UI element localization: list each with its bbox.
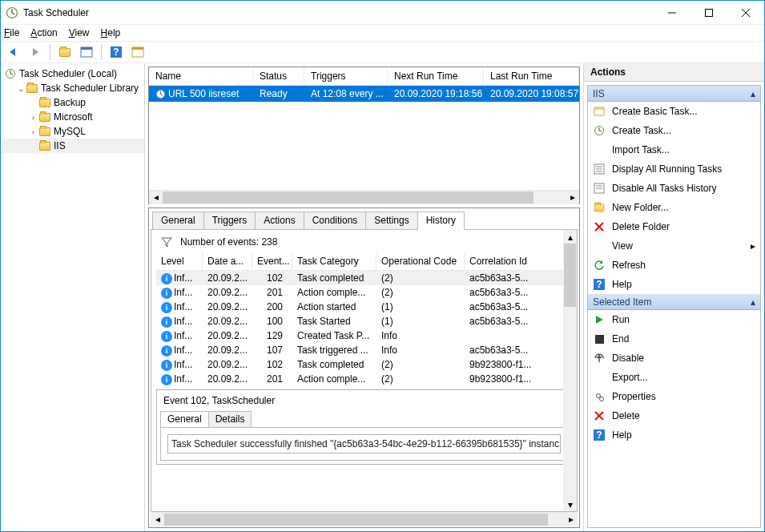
tree-panel: Task Scheduler (Local) ⌄ Task Scheduler … (1, 63, 145, 531)
svg-rect-20 (594, 107, 604, 110)
column-next[interactable]: Next Run Time (388, 67, 484, 85)
action-delete[interactable]: Delete (588, 406, 760, 425)
detail-hscroll[interactable]: ◂▸ (151, 512, 578, 526)
collapse-icon: ▴ (751, 88, 755, 99)
minimize-button[interactable] (654, 1, 691, 25)
actions-pane: Actions IIS ▴ Create Basic Task...Create… (584, 63, 764, 531)
column-triggers[interactable]: Triggers (304, 67, 388, 85)
task-last: 20.09.2020 19:08:57 (484, 87, 579, 101)
window-title: Task Scheduler (23, 7, 654, 18)
action-view[interactable]: View▸ (588, 236, 760, 256)
history-col-event[interactable]: Event... (252, 252, 292, 270)
history-col-corr[interactable]: Correlation Id (465, 252, 572, 270)
history-row[interactable]: iInf...20.09.2...201Action comple...(2)9… (156, 372, 572, 386)
tree-item-mysql[interactable]: ›MySQL (1, 124, 144, 139)
task-triggers: At 12:08 every ... (304, 87, 388, 101)
action-end[interactable]: End (588, 329, 760, 349)
history-row[interactable]: iInf...20.09.2...102Task completed(2)ac5… (156, 271, 572, 285)
action-disable[interactable]: Disable (588, 349, 760, 368)
history-row[interactable]: iInf...20.09.2...200Action started(1)ac5… (156, 300, 572, 314)
action-disable-all-tasks-history[interactable]: Disable All Tasks History (588, 179, 760, 198)
event-message: Task Scheduler successfully finished "{a… (167, 434, 561, 453)
task-detail-panel: General Triggers Actions Conditions Sett… (148, 208, 580, 528)
menu-help[interactable]: Help (101, 27, 121, 38)
tab-conditions[interactable]: Conditions (304, 212, 367, 230)
svg-point-37 (599, 397, 603, 401)
forward-button[interactable] (26, 43, 45, 61)
history-vscroll[interactable]: ▴ ▾ (563, 230, 577, 511)
tab-history[interactable]: History (417, 212, 465, 230)
action-export[interactable]: Export... (588, 368, 760, 387)
menu-view[interactable]: View (69, 27, 90, 38)
event-detail-header: Event 102, TaskScheduler (160, 393, 568, 408)
show-panel-button[interactable] (77, 43, 96, 61)
tree-item-iis[interactable]: IIS (1, 139, 144, 153)
history-col-opcode[interactable]: Operational Code (376, 252, 465, 270)
actions-section-iis[interactable]: IIS ▴ (588, 86, 760, 102)
help-toolbar-button[interactable]: ? (107, 43, 126, 61)
tab-general[interactable]: General (152, 212, 204, 230)
action-create-basic-task[interactable]: Create Basic Task... (588, 102, 760, 121)
collapse-icon[interactable]: ⌄ (15, 84, 26, 93)
task-row[interactable]: URL 500 iisreset Ready At 12:08 every ..… (149, 86, 579, 102)
history-row[interactable]: iInf...20.09.2...100Task Started(1)ac5b6… (156, 314, 572, 328)
menu-file[interactable]: File (4, 27, 19, 38)
history-row[interactable]: iInf...20.09.2...102Task completed(2)9b9… (156, 357, 572, 372)
action-properties[interactable]: Properties (588, 387, 760, 406)
svg-rect-8 (81, 47, 92, 50)
maximize-button[interactable] (691, 1, 727, 25)
column-status[interactable]: Status (253, 67, 304, 85)
column-name[interactable]: Name (149, 67, 253, 85)
close-button[interactable] (727, 1, 764, 25)
svg-rect-35 (595, 335, 604, 344)
menu-action[interactable]: Action (30, 27, 57, 38)
up-button[interactable] (55, 43, 74, 61)
task-next: 20.09.2020 19:18:56 (388, 87, 484, 101)
action-import-task[interactable]: Import Task... (588, 140, 760, 159)
expand-icon[interactable]: › (28, 113, 38, 122)
action-refresh[interactable]: Refresh (588, 256, 760, 275)
collapse-icon: ▴ (751, 296, 755, 308)
action-new-folder[interactable]: New Folder... (588, 198, 760, 217)
subtab-details[interactable]: Details (208, 411, 252, 427)
actions-section-selected[interactable]: Selected Item ▴ (588, 294, 760, 310)
task-clock-icon (155, 89, 166, 99)
tree-library[interactable]: ⌄ Task Scheduler Library (1, 81, 144, 95)
history-row[interactable]: iInf...20.09.2...129Created Task P...Inf… (156, 328, 572, 343)
tree-root[interactable]: Task Scheduler (Local) (1, 66, 144, 81)
svg-rect-4 (706, 9, 713, 16)
filter-icon[interactable] (161, 236, 172, 248)
action-create-task[interactable]: Create Task... (588, 121, 760, 140)
tab-triggers[interactable]: Triggers (203, 212, 256, 230)
action-run[interactable]: Run (588, 310, 760, 329)
tree-item-microsoft[interactable]: ›Microsoft (1, 110, 144, 124)
column-last[interactable]: Last Run Time (484, 67, 579, 85)
task-name: URL 500 iisreset (168, 88, 239, 99)
subtab-general[interactable]: General (160, 411, 209, 427)
clock-icon (4, 67, 17, 80)
svg-text:?: ? (113, 46, 119, 58)
task-status: Ready (253, 87, 304, 101)
svg-text:?: ? (596, 279, 602, 290)
task-list-panel: Name Status Triggers Next Run Time Last … (148, 66, 580, 204)
history-row[interactable]: iInf...20.09.2...107Task triggered ...In… (156, 343, 572, 357)
action-display-all-running-tasks[interactable]: Display All Running Tasks (588, 159, 760, 179)
action-delete-folder[interactable]: Delete Folder (588, 217, 760, 236)
actions-title: Actions (584, 63, 764, 82)
action-help[interactable]: ?Help (588, 275, 760, 294)
history-row[interactable]: iInf...20.09.2...201Action comple...(2)a… (156, 285, 572, 300)
expand-icon[interactable]: › (28, 127, 38, 136)
tab-settings[interactable]: Settings (365, 212, 417, 230)
history-col-date[interactable]: Date a... (203, 252, 252, 270)
menubar: File Action View Help (1, 25, 764, 41)
history-col-category[interactable]: Task Category (292, 252, 376, 270)
history-col-level[interactable]: Level (156, 252, 203, 270)
toolbar: ? (1, 41, 764, 63)
svg-point-36 (596, 393, 600, 397)
task-list-hscroll[interactable]: ◂▸ (149, 190, 579, 204)
extra-panel-button[interactable] (128, 43, 147, 61)
back-button[interactable] (4, 43, 23, 61)
tab-actions[interactable]: Actions (255, 212, 304, 230)
tree-item-backup[interactable]: Backup (1, 95, 144, 110)
action-help[interactable]: ?Help (588, 425, 760, 445)
